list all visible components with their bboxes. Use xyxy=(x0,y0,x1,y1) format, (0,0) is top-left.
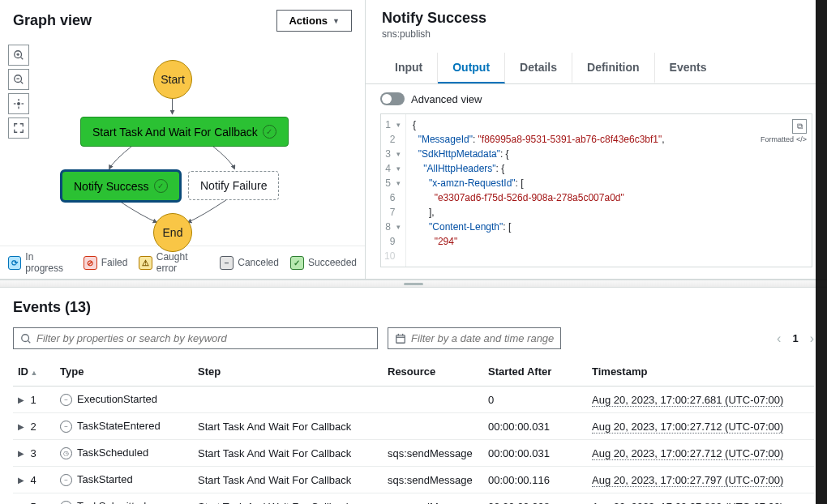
detail-pane: Notify Success sns:publish Input Output … xyxy=(366,0,827,279)
formatted-badge[interactable]: Formatted </> xyxy=(761,135,807,143)
graph-legend: ⟳In progress ⊘Failed ⚠Caught error −Canc… xyxy=(0,246,365,279)
success-check-icon: ✓ xyxy=(263,125,276,139)
advanced-view-label: Advanced view xyxy=(411,93,482,105)
col-timestamp[interactable]: Timestamp xyxy=(587,357,814,387)
success-check-icon: ✓ xyxy=(154,179,168,193)
col-id[interactable]: ID xyxy=(13,357,55,387)
table-row[interactable]: ▶ 2−TaskStateEnteredStart Task And Wait … xyxy=(13,413,814,440)
canceled-icon: − xyxy=(220,256,234,270)
in-progress-icon: ⟳ xyxy=(8,256,21,270)
expand-icon[interactable]: ▶ xyxy=(18,476,24,485)
advanced-view-toggle[interactable] xyxy=(380,92,405,105)
table-row[interactable]: ▶ 3◷TaskScheduledStart Task And Wait For… xyxy=(13,440,814,467)
tab-input[interactable]: Input xyxy=(380,53,438,83)
svg-point-13 xyxy=(22,334,29,341)
output-json-block: ⧉ Formatted </> 1▾ 2 3▾ 4▾ 5▾ 6 7 8▾ 9 1… xyxy=(380,113,812,267)
node-start[interactable]: Start xyxy=(153,60,192,99)
json-content[interactable]: { "MessageId": "f86995a8-9531-5391-ab76-… xyxy=(406,114,812,267)
event-type-icon: − xyxy=(60,394,72,406)
table-row[interactable]: ▶ 5−TaskSubmittedStart Task And Wait For… xyxy=(13,493,814,504)
event-type-icon: − xyxy=(60,421,72,433)
table-row[interactable]: ▶ 1−ExecutionStarted0Aug 20, 2023, 17:00… xyxy=(13,387,814,413)
filter-date-box[interactable] xyxy=(388,327,561,349)
svg-line-14 xyxy=(28,340,31,343)
expand-icon[interactable]: ▶ xyxy=(18,395,24,404)
succeeded-icon: ✓ xyxy=(290,256,304,270)
failed-icon: ⊘ xyxy=(84,256,97,270)
detail-subtitle: sns:publish xyxy=(382,28,811,40)
chevron-down-icon: ▼ xyxy=(332,17,340,25)
tab-definition[interactable]: Definition xyxy=(572,53,655,83)
col-resource[interactable]: Resource xyxy=(383,357,483,387)
events-section: Events (13) ‹ 1 › ID Type Step Resource … xyxy=(0,288,827,504)
graph-title: Graph view xyxy=(13,12,92,29)
scrollbar-edge[interactable] xyxy=(816,0,827,504)
node-notify-success[interactable]: Notify Success✓ xyxy=(62,171,180,201)
actions-button[interactable]: Actions▼ xyxy=(276,10,352,32)
event-type-icon: − xyxy=(60,474,72,486)
filter-keyword-box[interactable] xyxy=(13,327,378,349)
page-prev-button[interactable]: ‹ xyxy=(777,331,781,346)
graph-pane: Graph view Actions▼ xyxy=(0,0,366,279)
expand-icon[interactable]: ▶ xyxy=(18,449,24,458)
search-icon xyxy=(20,333,32,344)
calendar-icon xyxy=(395,333,406,344)
tab-events[interactable]: Events xyxy=(655,53,722,83)
events-table: ID Type Step Resource Started After Time… xyxy=(13,357,814,504)
table-row[interactable]: ▶ 4−TaskStartedStart Task And Wait For C… xyxy=(13,467,814,493)
filter-date-input[interactable] xyxy=(411,332,554,344)
node-task1[interactable]: Start Task And Wait For Callback✓ xyxy=(80,117,289,147)
event-type-icon: ◷ xyxy=(60,447,72,459)
col-started[interactable]: Started After xyxy=(483,357,587,387)
tab-details[interactable]: Details xyxy=(505,53,572,83)
node-notify-failure[interactable]: Notify Failure xyxy=(188,171,279,200)
expand-icon[interactable]: ▶ xyxy=(18,422,24,431)
col-type[interactable]: Type xyxy=(55,357,193,387)
col-step[interactable]: Step xyxy=(193,357,383,387)
node-end[interactable]: End xyxy=(153,213,192,252)
svg-rect-15 xyxy=(396,335,405,343)
copy-button[interactable]: ⧉ xyxy=(792,119,807,134)
page-number: 1 xyxy=(792,332,798,344)
events-title: Events (13) xyxy=(13,299,814,316)
resize-handle[interactable] xyxy=(0,280,827,288)
caught-icon: ⚠ xyxy=(139,256,152,270)
tab-output[interactable]: Output xyxy=(438,53,505,83)
detail-title: Notify Success xyxy=(382,10,811,27)
page-next-button[interactable]: › xyxy=(810,331,814,346)
event-type-icon: − xyxy=(60,501,72,504)
filter-keyword-input[interactable] xyxy=(36,332,371,344)
